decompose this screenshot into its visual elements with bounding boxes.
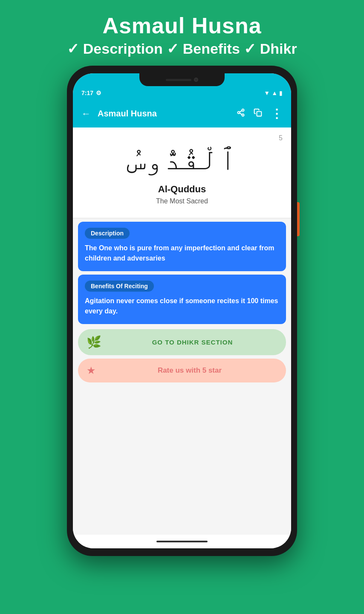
page-header: Asmaul Husna ✓ Description ✓ Benefits ✓ … — [58, 0, 305, 66]
svg-rect-5 — [257, 111, 262, 116]
status-right: ▼ ▲ ▮ — [264, 90, 283, 96]
notch — [139, 73, 225, 86]
signal-icon: ▲ — [272, 90, 277, 96]
arabic-text: ٱلْقُدُّوسُ — [81, 140, 283, 177]
svg-line-4 — [240, 110, 242, 112]
name-number: 5 — [279, 134, 283, 142]
home-indicator — [156, 541, 208, 542]
camera — [194, 78, 198, 82]
app-bar-title: Asmaul Husna — [98, 109, 230, 119]
svg-line-3 — [240, 113, 242, 114]
name-meaning: The Most Sacred — [81, 197, 283, 205]
dhikr-icon: 🌿 — [87, 335, 101, 349]
time-display: 7:17 — [81, 90, 93, 96]
rate-button[interactable]: ★ Rate us with 5 star — [78, 359, 286, 382]
app-bar: ← Asmaul Husna ⋮ — [73, 100, 291, 127]
share-button[interactable] — [235, 107, 247, 121]
wifi-icon: ▼ — [264, 90, 270, 96]
description-card: Description The One who is pure from any… — [78, 222, 286, 271]
description-text: The One who is pure from any imperfectio… — [85, 243, 279, 264]
back-button[interactable]: ← — [80, 107, 92, 121]
arabic-card: 5 ٱلْقُدُّوسُ Al-Quddus The Most Sacred — [73, 127, 291, 218]
name-latin: Al-Quddus — [81, 184, 283, 195]
dhikr-button[interactable]: 🌿 GO TO DHIKR SECTION — [78, 329, 286, 355]
description-label: Description — [85, 228, 130, 239]
benefits-label: Benefits Of Reciting — [85, 281, 154, 292]
speaker — [166, 79, 191, 81]
main-title: Asmaul Husna — [67, 13, 297, 38]
home-bar — [73, 535, 291, 548]
more-button[interactable]: ⋮ — [269, 105, 284, 122]
benefits-text: Agitation never comes close if someone r… — [85, 296, 279, 316]
main-subtitle: ✓ Description ✓ Benefits ✓ Dhikr — [67, 40, 297, 57]
status-left: 7:17 ⚙ — [81, 90, 101, 96]
phone-screen: 7:17 ⚙ ▼ ▲ ▮ ← Asmaul Husna — [73, 73, 291, 548]
side-button — [297, 202, 300, 236]
battery-icon: ▮ — [279, 90, 283, 96]
settings-icon: ⚙ — [96, 90, 101, 96]
phone-wrapper: 7:17 ⚙ ▼ ▲ ▮ ← Asmaul Husna — [67, 66, 297, 556]
screen-content: 5 ٱلْقُدُّوسُ Al-Quddus The Most Sacred … — [73, 127, 291, 535]
star-icon: ★ — [87, 365, 96, 377]
copy-button[interactable] — [252, 107, 264, 121]
rate-label: Rate us with 5 star — [102, 366, 277, 375]
dhikr-label: GO TO DHIKR SECTION — [107, 339, 277, 346]
benefits-card: Benefits Of Reciting Agitation never com… — [78, 275, 286, 324]
